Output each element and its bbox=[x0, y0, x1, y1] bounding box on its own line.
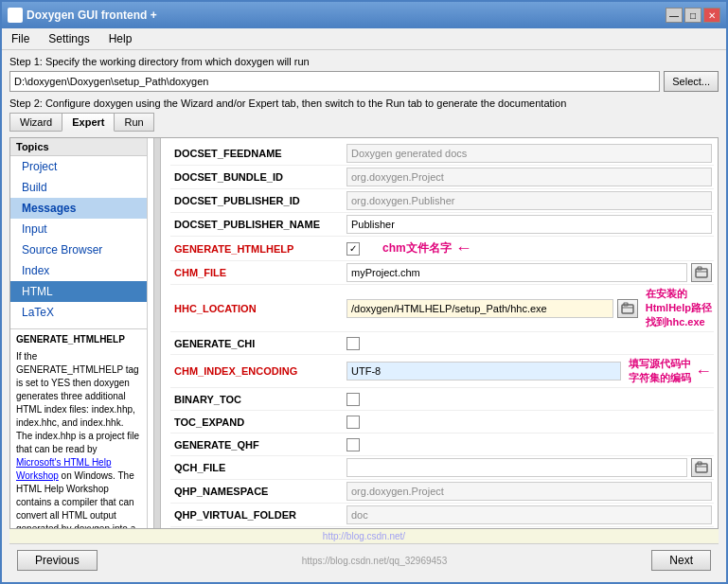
main-window: D Doxygen GUI frontend + — □ ✕ File Sett… bbox=[0, 0, 728, 584]
config-row-chm-index-encoding: CHM_INDEX_ENCODING 填写源代码中字符集的编码 ← bbox=[170, 355, 714, 388]
config-value-qhp-virtual-folder bbox=[345, 504, 714, 526]
checkbox-binary-toc[interactable] bbox=[346, 393, 360, 406]
config-key-toc-expand: TOC_EXPAND bbox=[170, 415, 341, 430]
input-docset-feedname[interactable] bbox=[346, 144, 712, 163]
config-value-publisher-name bbox=[345, 213, 714, 236]
sidebar-item-html[interactable]: HTML bbox=[10, 281, 147, 302]
config-key-bundle-id: DOCSET_BUNDLE_ID bbox=[170, 169, 341, 185]
input-publisher-name[interactable] bbox=[346, 215, 712, 234]
config-key-binary-toc: BINARY_TOC bbox=[170, 392, 341, 407]
config-key-hhc-location: HHC_LOCATION bbox=[170, 301, 341, 316]
browse-qch-button[interactable] bbox=[691, 458, 712, 477]
app-icon: D bbox=[8, 8, 23, 23]
config-key-qch-file: QCH_FILE bbox=[170, 460, 341, 475]
config-value-toc-expand bbox=[345, 414, 714, 431]
config-row-generate-htmlhelp: GENERATE_HTMLHELP chm文件名字 ← bbox=[170, 237, 714, 261]
sidebar-item-index[interactable]: Index bbox=[10, 260, 147, 281]
config-value-chm-file bbox=[345, 261, 714, 284]
config-key-publisher-id: DOCSET_PUBLISHER_ID bbox=[170, 193, 341, 208]
arrow-icon-encoding: ← bbox=[695, 362, 712, 381]
config-key-generate-htmlhelp: GENERATE_HTMLHELP bbox=[170, 241, 341, 257]
config-key-chm-file: CHM_FILE bbox=[170, 265, 341, 280]
config-row-chm-file: CHM_FILE bbox=[170, 261, 714, 285]
config-row-generate-qhf: GENERATE_QHF bbox=[170, 434, 714, 456]
annotation-chm-label: chm文件名字 bbox=[382, 240, 452, 257]
config-key-docset-feedname: DOCSET_FEEDNAME bbox=[170, 146, 341, 161]
tab-run[interactable]: Run bbox=[114, 113, 153, 132]
config-row-generate-chi: GENERATE_CHI bbox=[170, 332, 714, 355]
config-value-chm-index-encoding: 填写源代码中字符集的编码 ← bbox=[345, 355, 714, 387]
checkbox-generate-qhf[interactable] bbox=[346, 438, 360, 451]
sidebar-item-latex[interactable]: LaTeX bbox=[10, 302, 147, 323]
sidebar: Topics Project Build Messages Input Sour… bbox=[10, 138, 148, 528]
browse-chm-file-button[interactable] bbox=[691, 263, 712, 282]
sidebar-item-rtf[interactable]: RTF bbox=[10, 323, 147, 329]
close-button[interactable]: ✕ bbox=[703, 8, 720, 23]
annotation-hhc-label: 在安装的HtmlHelp路径找到hhc.exe bbox=[646, 287, 712, 329]
tab-expert[interactable]: Expert bbox=[62, 113, 115, 132]
menu-help[interactable]: Help bbox=[103, 30, 138, 47]
browse-hhc-button[interactable] bbox=[617, 299, 638, 318]
config-value-bundle-id bbox=[345, 166, 714, 188]
arrow-icon-chm: ← bbox=[455, 239, 472, 258]
config-value-hhc-location: 在安装的HtmlHelp路径找到hhc.exe bbox=[345, 285, 714, 331]
content-area: Step 1: Specify the working directory fr… bbox=[2, 50, 726, 582]
config-value-generate-htmlhelp: chm文件名字 ← bbox=[345, 237, 714, 260]
input-hhc-location[interactable] bbox=[346, 299, 613, 318]
watermark2: https://blog.csdn.net/qq_32969453 bbox=[302, 556, 447, 566]
checkbox-generate-chi[interactable] bbox=[346, 337, 360, 350]
config-row-bundle-id: DOCSET_BUNDLE_ID bbox=[170, 166, 714, 189]
topics-panel: Topics Project Build Messages Input Sour… bbox=[10, 138, 147, 329]
config-row-hhc-location: HHC_LOCATION 在安装的HtmlHelp路径找到hhc.exe bbox=[170, 285, 714, 332]
minimize-button[interactable]: — bbox=[666, 8, 683, 23]
select-button[interactable]: Select... bbox=[664, 71, 719, 92]
topics-title: Topics bbox=[10, 138, 147, 156]
sidebar-desc-text1: If the GENERATE_HTMLHELP tag is set to Y… bbox=[16, 351, 139, 454]
config-value-publisher-id bbox=[345, 189, 714, 212]
step2-label: Step 2: Configure doxygen using the Wiza… bbox=[9, 97, 719, 109]
input-qhp-virtual-folder[interactable] bbox=[346, 505, 712, 524]
tab-wizard[interactable]: Wizard bbox=[9, 113, 62, 132]
config-row-binary-toc: BINARY_TOC bbox=[170, 388, 714, 411]
config-row-publisher-id: DOCSET_PUBLISHER_ID bbox=[170, 189, 714, 213]
config-value-qhp-namespace bbox=[345, 480, 714, 503]
sidebar-item-source-browser[interactable]: Source Browser bbox=[10, 239, 147, 260]
directory-row: Select... bbox=[9, 71, 719, 92]
menu-file[interactable]: File bbox=[6, 30, 35, 47]
config-key-qhp-virtual-folder: QHP_VIRTUAL_FOLDER bbox=[170, 507, 341, 522]
title-bar-left: D Doxygen GUI frontend + bbox=[8, 8, 157, 23]
input-chm-index-encoding[interactable] bbox=[346, 362, 621, 380]
sidebar-item-build[interactable]: Build bbox=[10, 177, 147, 198]
input-qch-file[interactable] bbox=[346, 458, 687, 477]
config-key-generate-qhf: GENERATE_QHF bbox=[170, 437, 341, 452]
working-dir-input[interactable] bbox=[9, 71, 660, 92]
sidebar-description: GENERATE_HTMLHELP If the GENERATE_HTMLHE… bbox=[10, 329, 147, 528]
maximize-button[interactable]: □ bbox=[684, 8, 701, 23]
window-title: Doxygen GUI frontend + bbox=[27, 9, 157, 22]
config-row-publisher-name: DOCSET_PUBLISHER_NAME bbox=[170, 213, 714, 237]
previous-button[interactable]: Previous bbox=[17, 550, 98, 571]
menu-bar: File Settings Help bbox=[2, 28, 726, 50]
config-row-docset-feedname: DOCSET_FEEDNAME bbox=[170, 142, 714, 166]
config-key-publisher-name: DOCSET_PUBLISHER_NAME bbox=[170, 217, 341, 232]
sidebar-item-messages[interactable]: Messages bbox=[10, 198, 147, 219]
menu-settings[interactable]: Settings bbox=[43, 30, 95, 47]
checkbox-generate-htmlhelp[interactable] bbox=[346, 242, 360, 256]
checkbox-toc-expand[interactable] bbox=[346, 416, 360, 429]
step1-label: Step 1: Specify the working directory fr… bbox=[9, 56, 719, 67]
next-button[interactable]: Next bbox=[651, 550, 711, 571]
sidebar-desc-title: GENERATE_HTMLHELP bbox=[16, 333, 141, 346]
config-key-qhp-namespace: QHP_NAMESPACE bbox=[170, 484, 341, 499]
input-qhp-namespace[interactable] bbox=[346, 482, 712, 501]
bottom-bar: Previous https://blog.csdn.net/qq_329694… bbox=[9, 543, 719, 576]
input-publisher-id[interactable] bbox=[346, 191, 712, 210]
input-chm-file[interactable] bbox=[346, 263, 687, 282]
sidebar-item-input[interactable]: Input bbox=[10, 219, 147, 239]
config-key-chm-index-encoding: CHM_INDEX_ENCODING bbox=[170, 363, 341, 379]
resize-handle[interactable] bbox=[153, 138, 161, 528]
config-row-toc-expand: TOC_EXPAND bbox=[170, 411, 714, 434]
input-bundle-id[interactable] bbox=[346, 168, 712, 186]
main-panel: Topics Project Build Messages Input Sour… bbox=[9, 137, 719, 529]
config-row-qch-file: QCH_FILE bbox=[170, 456, 714, 480]
sidebar-item-project[interactable]: Project bbox=[10, 156, 147, 177]
